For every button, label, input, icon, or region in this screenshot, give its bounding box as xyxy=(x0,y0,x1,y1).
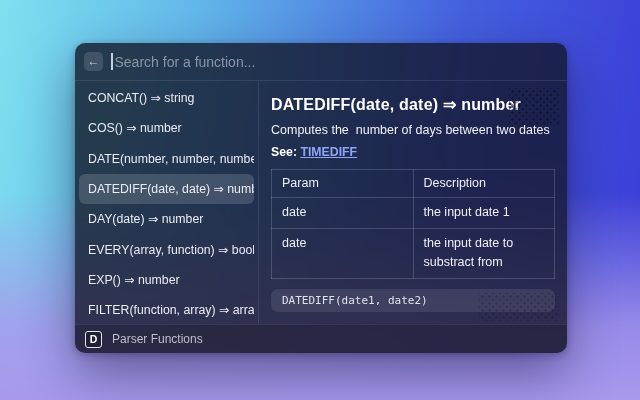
function-list-item[interactable]: FILTER(function, array) ⇒ array xyxy=(79,295,254,325)
timediff-link[interactable]: TIMEDIFF xyxy=(300,145,357,159)
params-table: Param Description datethe input date 1da… xyxy=(271,169,555,279)
back-button[interactable]: ← xyxy=(84,52,103,71)
function-list-item[interactable]: CONCAT() ⇒ string xyxy=(79,83,254,113)
table-cell: the input date to substract from xyxy=(413,228,555,278)
function-list-item[interactable]: EVERY(array, function) ⇒ boolean xyxy=(79,234,254,264)
function-search-window: ← CONCAT() ⇒ stringCOS() ⇒ numberDATE(nu… xyxy=(75,43,567,353)
back-arrow-icon: ← xyxy=(88,52,100,71)
app-logo: D xyxy=(85,331,102,348)
search-input[interactable] xyxy=(113,54,559,70)
function-description: Computes the number of days between two … xyxy=(271,123,555,137)
table-cell: date xyxy=(272,228,414,278)
code-snippet: DATEDIFF(date1, date2) xyxy=(271,289,555,312)
param-column-header: Param xyxy=(272,170,414,198)
function-list-item[interactable]: DAY(date) ⇒ number xyxy=(79,204,254,234)
function-list-item[interactable]: EXP() ⇒ number xyxy=(79,265,254,295)
table-header-row: Param Description xyxy=(272,170,555,198)
function-detail-panel: DATEDIFF(date, date) ⇒ number Computes t… xyxy=(259,81,567,324)
description-column-header: Description xyxy=(413,170,555,198)
search-bar: ← xyxy=(75,43,567,81)
table-cell: date xyxy=(272,198,414,228)
see-also-line: See: TIMEDIFF xyxy=(271,145,555,159)
table-row: datethe input date 1 xyxy=(272,198,555,228)
function-list-item[interactable]: DATEDIFF(date, date) ⇒ number xyxy=(79,174,254,204)
table-row: datethe input date to substract from xyxy=(272,228,555,278)
function-list-item[interactable]: DATE(number, number, number)... xyxy=(79,144,254,174)
function-title: DATEDIFF(date, date) ⇒ number xyxy=(271,95,555,114)
params-table-body: datethe input date 1datethe input date t… xyxy=(272,198,555,278)
table-cell: the input date 1 xyxy=(413,198,555,228)
footer-label: Parser Functions xyxy=(112,332,203,346)
window-content: CONCAT() ⇒ stringCOS() ⇒ numberDATE(numb… xyxy=(75,81,567,324)
function-list: CONCAT() ⇒ stringCOS() ⇒ numberDATE(numb… xyxy=(75,81,259,324)
function-list-item[interactable]: COS() ⇒ number xyxy=(79,113,254,143)
status-bar: D Parser Functions xyxy=(75,324,567,353)
see-label: See: xyxy=(271,145,297,159)
